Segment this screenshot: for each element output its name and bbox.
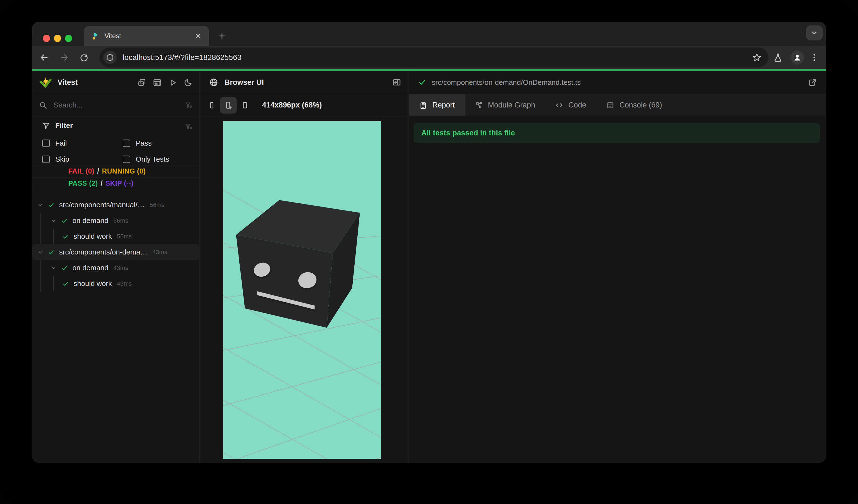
search-row	[32, 94, 199, 116]
tree-file-row[interactable]: src/components/manual/… 56ms	[32, 197, 199, 213]
reload-button[interactable]	[76, 50, 92, 65]
tree-test-row[interactable]: should work 43ms	[32, 276, 199, 292]
tree-test-row[interactable]: should work 55ms	[32, 228, 199, 244]
chevron-down-icon[interactable]	[50, 217, 57, 224]
tab-report[interactable]: Report	[409, 94, 465, 116]
tree-suite-row[interactable]: on demand 43ms	[32, 260, 199, 276]
forward-button[interactable]	[57, 50, 72, 65]
play-icon	[168, 78, 177, 87]
flask-icon	[773, 52, 783, 63]
filter-checkbox-only-tests[interactable]: Only Tests	[123, 155, 169, 164]
new-tab-button[interactable]	[214, 29, 229, 43]
experiments-button[interactable]	[771, 50, 784, 65]
tab-label: Module Graph	[488, 101, 535, 110]
phone-minus-icon	[241, 101, 249, 110]
chevron-down-icon[interactable]	[50, 265, 57, 271]
test-duration: 43ms	[117, 280, 132, 287]
test-viewport[interactable]	[223, 121, 381, 459]
profile-button[interactable]	[791, 50, 804, 65]
back-button[interactable]	[36, 50, 52, 65]
tab-console[interactable]: Console (69)	[596, 94, 672, 116]
explorer-actions	[135, 71, 195, 94]
traffic-light-minimize[interactable]	[54, 35, 61, 42]
check-icon	[61, 217, 68, 224]
clear-search-filter-icon[interactable]	[185, 101, 193, 110]
checkbox[interactable]	[123, 140, 130, 147]
url-bar[interactable]: localhost:5173/#/?file=1828625563	[99, 48, 768, 67]
filter-checkbox-pass[interactable]: Pass	[123, 139, 152, 148]
traffic-light-maximize[interactable]	[65, 35, 72, 42]
moon-icon	[184, 78, 193, 87]
test-duration: 43ms	[113, 264, 128, 272]
checkbox[interactable]	[42, 140, 50, 147]
url-text[interactable]: localhost:5173/#/?file=1828625563	[123, 53, 751, 62]
dashboard-button[interactable]	[150, 76, 164, 90]
checkbox-label: Pass	[136, 139, 152, 148]
run-all-button[interactable]	[166, 76, 180, 90]
checkbox-label: Fail	[55, 139, 67, 148]
open-in-editor-button[interactable]	[808, 78, 817, 87]
chevron-down-icon[interactable]	[37, 202, 44, 208]
tree-file-row-selected[interactable]: src/components/on-dema… 43ms	[32, 244, 199, 260]
tab-module-graph[interactable]: Module Graph	[465, 94, 545, 116]
banner-text: All tests passed in this file	[421, 129, 515, 137]
filter-title: Filter	[55, 121, 73, 130]
checkbox[interactable]	[42, 156, 50, 163]
test-tree: src/components/manual/… 56ms on demand 5…	[32, 197, 199, 292]
test-duration: 56ms	[113, 217, 128, 224]
tab-label: Console (69)	[619, 101, 662, 110]
run-status-summary: FAIL (0)/RUNNING (0) PASS (2)/SKIP (--)	[32, 165, 199, 189]
running-count: RUNNING (0)	[102, 167, 146, 175]
viewport-size-label: 414x896px (68%)	[262, 101, 322, 110]
check-icon	[48, 249, 55, 256]
vitest-favicon	[91, 32, 99, 40]
tab-label: Report	[432, 101, 455, 110]
dock-panel-button[interactable]	[392, 78, 401, 87]
pass-count: PASS (2)	[68, 179, 98, 187]
check-icon	[62, 233, 69, 240]
checkbox[interactable]	[123, 156, 130, 163]
explorer-header: Vitest	[32, 71, 199, 94]
clipboard-icon	[419, 101, 427, 110]
globe-icon	[209, 78, 218, 87]
test-label: on demand	[73, 264, 108, 272]
dark-mode-toggle[interactable]	[181, 76, 195, 90]
tab-code[interactable]: Code	[545, 94, 596, 116]
tab-close-icon[interactable]	[194, 32, 202, 40]
bookmark-button[interactable]	[751, 51, 763, 64]
clear-filters-icon[interactable]	[185, 123, 193, 131]
app-title: Vitest	[58, 78, 78, 87]
browser-tab[interactable]: Vitest	[84, 26, 209, 46]
site-info-button[interactable]	[104, 51, 117, 64]
traffic-light-close[interactable]	[43, 35, 50, 42]
search-input[interactable]	[54, 101, 159, 110]
phone-small-icon	[208, 101, 216, 110]
tab-search-button[interactable]	[806, 26, 823, 40]
filter-checkbox-fail[interactable]: Fail	[42, 139, 67, 148]
external-link-icon	[808, 78, 817, 87]
status-line-2: PASS (2)/SKIP (--)	[32, 177, 199, 189]
viewport-preset-large-button[interactable]	[237, 97, 253, 114]
browser-ui-panel: Browser UI	[200, 71, 409, 462]
phone-plus-icon	[224, 101, 233, 110]
filter-checkbox-skip[interactable]: Skip	[42, 155, 69, 164]
chevron-down-icon[interactable]	[37, 249, 44, 256]
filter-title-row: Filter	[42, 121, 73, 130]
collapse-panels-button[interactable]	[135, 76, 149, 90]
test-label: src/components/on-dema…	[59, 248, 147, 256]
test-explorer-panel: Vitest	[32, 71, 200, 462]
funnel-x-icon	[185, 101, 193, 110]
chevron-down-icon	[810, 29, 819, 37]
back-arrow-icon	[39, 52, 49, 63]
viewport-preset-small-button[interactable]	[204, 97, 220, 114]
test-duration: 55ms	[117, 233, 132, 240]
browser-ui-header: Browser UI	[200, 71, 409, 94]
browser-menu-button[interactable]	[808, 50, 821, 65]
console-icon	[606, 101, 615, 110]
viewport-preset-active-button[interactable]	[220, 97, 237, 114]
report-tabs: Report Module Graph Code	[409, 94, 826, 116]
tab-strip: Vitest	[32, 22, 826, 46]
test-label: on demand	[73, 216, 108, 225]
code-icon	[555, 101, 563, 110]
tree-suite-row[interactable]: on demand 56ms	[32, 213, 199, 228]
